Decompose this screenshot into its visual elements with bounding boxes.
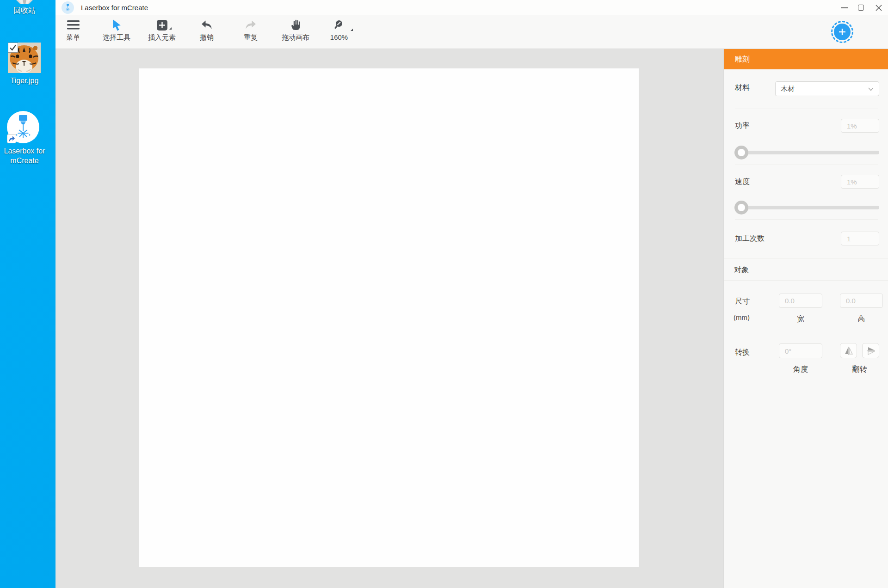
material-dropdown[interactable]: 木材 (775, 81, 879, 96)
flip-horizontal-button[interactable] (840, 343, 857, 358)
work-area[interactable] (56, 49, 723, 588)
insert-element-icon (157, 20, 167, 31)
dropdown-corner-icon (169, 27, 172, 30)
cursor-icon (111, 19, 122, 31)
hand-icon (290, 19, 301, 31)
zoom-level-button[interactable]: 160% (317, 18, 361, 41)
width-label: 宽 (779, 314, 822, 324)
minimize-button[interactable] (836, 0, 852, 15)
close-icon (875, 4, 882, 12)
chevron-down-icon (868, 87, 874, 91)
size-label: 尺寸 (735, 297, 750, 306)
height-label: 高 (840, 314, 883, 324)
app-logo-icon (62, 1, 74, 14)
redo-button[interactable]: 重复 (228, 18, 273, 42)
object-section-title: 对象 (734, 258, 749, 281)
passes-label: 加工次数 (735, 234, 765, 244)
pan-canvas-label: 拖动画布 (273, 33, 318, 42)
magnifier-icon (333, 19, 345, 31)
menu-icon (67, 20, 80, 30)
desktop-icon-recycle-bin[interactable]: 回收站 (0, 0, 49, 15)
maximize-icon (858, 5, 864, 11)
angle-input[interactable] (779, 343, 822, 358)
flip-label: 翻转 (840, 365, 879, 374)
redo-icon (245, 20, 257, 30)
undo-icon (201, 20, 213, 30)
menu-button[interactable]: 菜单 (51, 18, 95, 42)
divider (735, 219, 878, 220)
insert-element-label: 插入元素 (140, 33, 184, 42)
engrave-panel: 雕刻 材料 木材 功率 速度 加工次数 对象 尺寸 (mm) 宽 (723, 49, 888, 588)
size-unit-label: (mm) (734, 313, 750, 321)
redo-label: 重复 (228, 33, 273, 42)
checkmark-icon (8, 43, 18, 52)
speed-slider[interactable] (735, 206, 879, 209)
maximize-button[interactable] (852, 0, 869, 15)
select-tool-button[interactable]: 选择工具 (94, 18, 139, 42)
divider (735, 165, 878, 165)
insert-element-button[interactable]: 插入元素 (140, 18, 184, 42)
design-canvas[interactable] (139, 68, 639, 567)
select-tool-label: 选择工具 (94, 33, 139, 42)
power-label: 功率 (735, 121, 750, 131)
laserbox-shortcut-label: Laserbox for mCreate (0, 146, 49, 165)
title-bar: Laserbox for mCreate (56, 0, 888, 15)
desktop-icon-laserbox-shortcut[interactable] (7, 111, 39, 143)
toolbar: 菜单 选择工具 插入元素 (56, 15, 888, 49)
selected-checkbox[interactable] (8, 43, 18, 53)
divider (735, 109, 878, 109)
menu-label: 菜单 (51, 33, 95, 42)
power-slider[interactable] (735, 151, 879, 154)
object-section-header: 对象 (724, 258, 888, 281)
undo-label: 撤销 (185, 33, 229, 42)
desktop-icon-tiger-file[interactable] (8, 43, 41, 73)
height-input[interactable] (840, 294, 883, 308)
app-window: Laserbox for mCreate 菜单 (56, 0, 888, 588)
speed-slider-handle[interactable] (734, 201, 748, 214)
width-input[interactable] (779, 294, 822, 308)
flip-horizontal-icon (844, 346, 854, 356)
material-label: 材料 (735, 83, 750, 93)
recycle-bin-label: 回收站 (0, 6, 49, 15)
dropdown-corner-icon (351, 29, 353, 31)
speed-input[interactable] (841, 175, 879, 189)
window-title: Laserbox for mCreate (81, 0, 148, 15)
tiger-file-label: Tiger.jpg (0, 76, 49, 86)
shortcut-arrow-icon (7, 134, 16, 143)
flip-vertical-icon (866, 346, 876, 356)
minimize-icon (841, 7, 848, 8)
speed-label: 速度 (735, 177, 750, 187)
flip-vertical-button[interactable] (862, 343, 879, 358)
panel-header: 雕刻 (724, 49, 888, 69)
zoom-level-label: 160% (317, 33, 361, 41)
angle-label: 角度 (779, 365, 822, 374)
add-device-button[interactable] (831, 21, 853, 43)
material-value: 木材 (781, 85, 795, 92)
power-slider-handle[interactable] (734, 146, 748, 159)
power-input[interactable] (841, 119, 879, 133)
transform-label: 转换 (735, 348, 750, 357)
recycle-bin-icon (14, 0, 35, 5)
undo-button[interactable]: 撤销 (185, 18, 229, 42)
pan-canvas-button[interactable]: 拖动画布 (273, 18, 318, 42)
close-button[interactable] (870, 0, 888, 15)
plus-icon (834, 24, 851, 40)
passes-input[interactable] (841, 232, 879, 245)
